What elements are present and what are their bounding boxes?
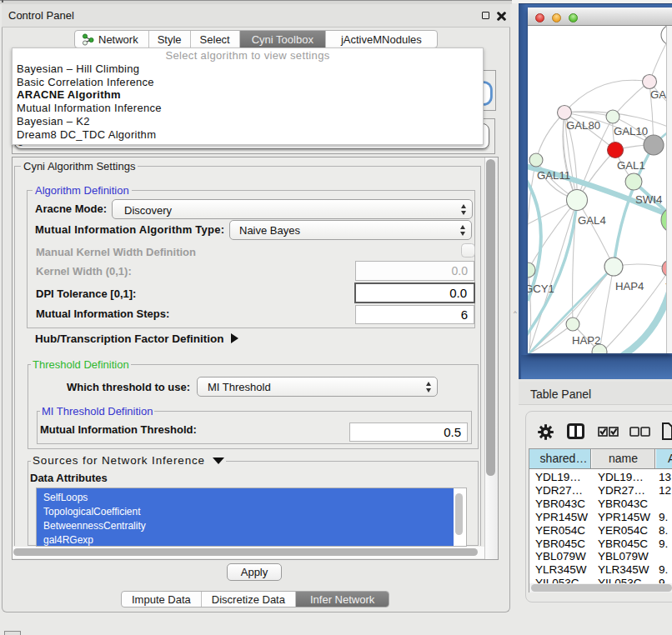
svg-text:GAL4: GAL4: [578, 214, 606, 227]
svg-text:GAL80: GAL80: [566, 119, 600, 132]
svg-text:GCY1: GCY1: [528, 282, 554, 295]
svg-text:SWI4: SWI4: [635, 193, 662, 206]
svg-text:HAP2: HAP2: [572, 334, 600, 347]
svg-text:GAL11: GAL11: [537, 169, 570, 182]
svg-text:GAL10: GAL10: [614, 125, 648, 138]
svg-text:GAL1: GAL1: [617, 159, 645, 172]
svg-text:HAP4: HAP4: [615, 280, 644, 292]
